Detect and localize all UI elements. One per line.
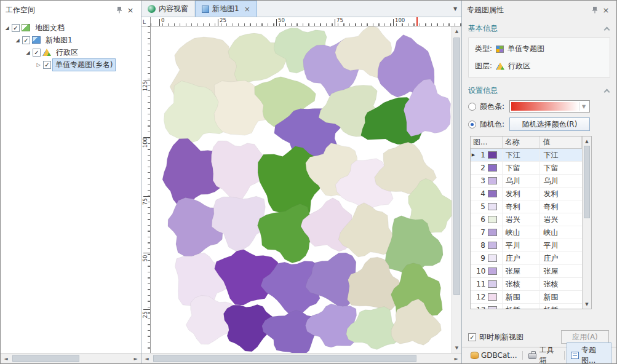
map-view[interactable] [151, 26, 452, 353]
legend-column-header[interactable]: 名称 [503, 136, 541, 148]
scroll-left-icon[interactable]: ◄ [141, 354, 152, 363]
legend-name-cell[interactable]: 岩兴 [503, 213, 541, 226]
map-region[interactable] [338, 203, 394, 257]
pin-icon[interactable] [114, 5, 125, 15]
tree-checkbox[interactable]: ✓ [12, 24, 20, 32]
scroll-down-icon[interactable]: ▼ [452, 343, 461, 353]
legend-value-cell[interactable]: 新围 [540, 291, 582, 303]
tab-content-view[interactable]: 内容视窗 [141, 1, 195, 17]
colorbar-dropdown[interactable]: ▼ [509, 100, 590, 113]
tree-item[interactable]: ▷✓单值专题图(乡名) [1, 58, 141, 71]
legend-value-cell[interactable]: 下留 [540, 162, 582, 174]
legend-value-cell[interactable]: 发利 [540, 188, 582, 200]
legend-name-cell[interactable]: 下留 [503, 162, 541, 174]
legend-name-cell[interactable]: 张核 [503, 278, 541, 290]
legend-value-cell[interactable]: 庄户 [540, 252, 582, 264]
collapse-icon[interactable]: ◢ [24, 50, 32, 55]
legend-row[interactable]: 9庄户庄户 [471, 252, 582, 265]
legend-row[interactable]: 12新围新围 [471, 291, 582, 304]
legend-color-swatch[interactable] [488, 177, 497, 184]
scroll-right-icon[interactable]: ► [130, 354, 141, 363]
scroll-left-icon[interactable]: ◄ [1, 354, 11, 363]
scrollbar-thumb[interactable] [153, 355, 416, 362]
tree-item[interactable]: ◢✓行政区 [1, 46, 141, 58]
tree-item-label[interactable]: 单值专题图(乡名) [53, 59, 115, 71]
tree-checkbox[interactable]: ✓ [43, 61, 51, 69]
legend-name-cell[interactable]: 下江 [503, 149, 541, 161]
legend-row[interactable]: 5奇利奇利 [471, 200, 582, 213]
legend-name-cell[interactable]: 发利 [503, 188, 541, 200]
legend-value-cell[interactable]: 下江 [540, 149, 582, 161]
legend-color-swatch[interactable] [488, 267, 497, 275]
legend-row[interactable]: 3乌川乌川 [471, 175, 582, 188]
close-icon[interactable]: × [125, 5, 136, 15]
legend-color-swatch[interactable] [488, 164, 497, 172]
legend-row[interactable]: ▶1下江下江 [471, 149, 582, 162]
legend-name-cell[interactable]: 张屋 [503, 265, 541, 277]
legend-column-header[interactable]: 图... [471, 136, 503, 148]
map-vertical-scrollbar[interactable]: ▲ ▼ [452, 26, 461, 353]
legend-row[interactable]: 13杨桥杨桥 [471, 304, 582, 309]
legend-color-swatch[interactable] [488, 255, 497, 262]
chevron-down-icon[interactable]: ▼ [579, 102, 588, 111]
collapse-icon[interactable]: ◢ [14, 38, 22, 43]
legend-row[interactable]: 4发利发利 [471, 188, 582, 200]
legend-color-swatch[interactable] [488, 293, 497, 301]
scroll-up-icon[interactable]: ▲ [583, 136, 591, 146]
tree-checkbox[interactable]: ✓ [33, 49, 41, 57]
tab-new-map-1[interactable]: 新地图1 × [195, 1, 257, 17]
legend-color-swatch[interactable] [488, 151, 497, 159]
basic-info-section-header[interactable]: 基本信息 [462, 19, 616, 36]
legend-row[interactable]: 8平川平川 [471, 239, 582, 252]
legend-row[interactable]: 10张屋张屋 [471, 265, 582, 278]
legend-row[interactable]: 11张核张核 [471, 278, 582, 291]
collapse-chevron-icon[interactable] [604, 27, 610, 33]
collapse-chevron-icon[interactable] [604, 89, 610, 95]
legend-value-cell[interactable]: 张核 [540, 278, 582, 290]
legend-value-cell[interactable]: 乌川 [540, 175, 582, 187]
legend-row[interactable]: 7峡山峡山 [471, 226, 582, 239]
legend-name-cell[interactable]: 平川 [503, 239, 541, 251]
legend-value-cell[interactable]: 杨桥 [540, 304, 582, 309]
close-icon[interactable]: × [600, 5, 611, 15]
scroll-right-icon[interactable]: ► [451, 354, 461, 363]
map-horizontal-scrollbar[interactable]: ◄ ► [141, 353, 461, 363]
scrollbar-thumb[interactable] [453, 38, 460, 295]
legend-name-cell[interactable]: 乌川 [503, 175, 541, 187]
random-color-radio[interactable] [468, 121, 476, 129]
legend-name-cell[interactable]: 奇利 [503, 200, 541, 213]
legend-color-swatch[interactable] [488, 203, 497, 210]
refresh-view-checkbox[interactable]: ✓ [468, 333, 476, 341]
legend-row[interactable]: 6岩兴岩兴 [471, 213, 582, 226]
map-canvas[interactable] [151, 26, 452, 353]
legend-color-swatch[interactable] [488, 216, 497, 223]
tree-checkbox[interactable]: ✓ [22, 36, 30, 44]
scroll-up-icon[interactable]: ▲ [452, 26, 461, 36]
map-region[interactable] [305, 304, 356, 347]
settings-section-header[interactable]: 设置信息 [462, 81, 616, 98]
scrollbar-thumb[interactable] [584, 146, 590, 218]
legend-color-swatch[interactable] [488, 190, 497, 197]
random-color-button[interactable]: 随机选择颜色(R) [509, 117, 590, 131]
legend-value-cell[interactable]: 岩兴 [540, 213, 582, 226]
pin-icon[interactable] [589, 5, 600, 15]
tab-overflow-icon[interactable]: ▼ [449, 1, 461, 17]
collapse-icon[interactable]: ◢ [3, 25, 11, 31]
tree-item-label[interactable]: 地图文档 [33, 22, 67, 34]
scroll-down-icon[interactable]: ▼ [583, 299, 591, 309]
dock-tab-thematic[interactable]: 专题图... [567, 342, 611, 364]
legend-value-cell[interactable]: 张屋 [540, 265, 582, 277]
colorbar-radio[interactable] [468, 103, 476, 111]
tree-item[interactable]: ◢✓新地图1 [1, 34, 141, 46]
legend-color-swatch[interactable] [488, 229, 497, 236]
expand-icon[interactable]: ▷ [34, 62, 42, 68]
legend-value-cell[interactable]: 峡山 [540, 226, 582, 239]
legend-column-header[interactable]: 值 [540, 136, 582, 148]
legend-color-swatch[interactable] [488, 242, 497, 249]
workspace-horizontal-scrollbar[interactable]: ◄ ► [1, 353, 141, 363]
scrollbar-thumb[interactable] [12, 355, 79, 362]
dock-tab-toolbox[interactable]: 工具箱 [525, 343, 562, 364]
tree-item[interactable]: ◢✓地图文档 [1, 22, 141, 34]
dock-tab-database[interactable]: GDBCat... [467, 349, 520, 362]
tab-close-icon[interactable]: × [244, 5, 250, 14]
